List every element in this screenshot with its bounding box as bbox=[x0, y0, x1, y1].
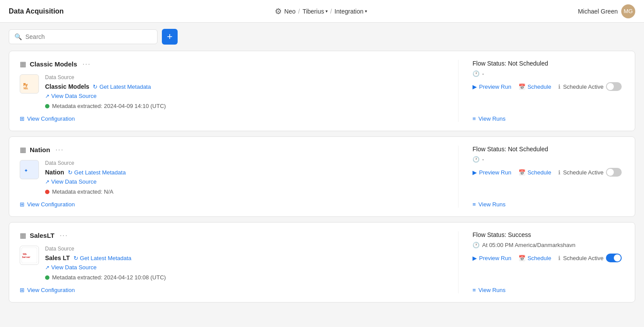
schedule-active-toggle[interactable] bbox=[606, 254, 622, 262]
card-title-classic-models: Classic Models bbox=[30, 60, 77, 68]
card-header-classic-models: ▦ Classic Models ··· bbox=[20, 60, 458, 68]
datasource-name-row: Sales LT ↻ Get Latest Metadata bbox=[45, 254, 166, 261]
datasource-section: My SQL Data Source Classic Models ↻ Get … bbox=[20, 74, 458, 109]
card-title-saleslt: SalesLT bbox=[30, 232, 54, 239]
calendar-icon: 📅 bbox=[518, 83, 525, 90]
datasource-section: SQL Server Data Source Sales LT ↻ Get La… bbox=[20, 246, 458, 281]
schedule-time: 🕐 - bbox=[472, 70, 624, 77]
more-options-icon[interactable]: ··· bbox=[82, 60, 91, 68]
svg-text:My: My bbox=[24, 83, 28, 87]
chevron-down-icon2: ▾ bbox=[365, 9, 367, 14]
preview-run-button[interactable]: ▶ Preview Run bbox=[472, 83, 511, 90]
search-box[interactable]: 🔍 bbox=[9, 29, 158, 44]
arrow-link-icon: ↗ bbox=[45, 93, 49, 99]
datasource-label: Data Source bbox=[45, 246, 166, 252]
datasource-logo: My SQL bbox=[20, 74, 39, 94]
refresh-icon: ↻ bbox=[74, 255, 78, 261]
table-icon: ▦ bbox=[20, 146, 26, 154]
card-classic-models: ▦ Classic Models ··· My SQL Data Source … bbox=[9, 51, 635, 131]
card-saleslt: ▦ SalesLT ··· SQL Server Data Source Sal… bbox=[9, 222, 635, 303]
flow-status: Flow Status: Not Scheduled bbox=[472, 146, 624, 153]
card-right-saleslt: Flow Status: Success 🕐 At 05:00 PM Ameri… bbox=[458, 231, 624, 293]
card-left-saleslt: ▦ SalesLT ··· SQL Server Data Source Sal… bbox=[20, 231, 458, 293]
breadcrumb-nav: ⚙ Neo / Tiberius ▾ / Integration ▾ bbox=[275, 7, 367, 16]
search-input[interactable] bbox=[25, 33, 152, 40]
view-datasource-link[interactable]: ↗ View Data Source bbox=[45, 264, 166, 271]
view-datasource-link[interactable]: ↗ View Data Source bbox=[45, 93, 166, 99]
view-config-link[interactable]: ⊞ View Configuration bbox=[20, 115, 458, 122]
datasource-name-row: Classic Models ↻ Get Latest Metadata bbox=[45, 83, 166, 90]
more-options-icon[interactable]: ··· bbox=[60, 232, 68, 240]
preview-run-button[interactable]: ▶ Preview Run bbox=[472, 255, 511, 261]
calendar-icon: 📅 bbox=[518, 169, 525, 176]
schedule-active-toggle[interactable] bbox=[606, 168, 622, 177]
schedule-button[interactable]: 📅 Schedule bbox=[518, 255, 551, 261]
metadata-row: Metadata extracted: 2024-04-09 14:10 (UT… bbox=[45, 103, 166, 109]
datasource-label: Data Source bbox=[45, 160, 126, 166]
nav-sep1: / bbox=[298, 8, 300, 15]
add-button[interactable]: + bbox=[162, 29, 178, 45]
schedule-active-group: ℹ Schedule Active bbox=[558, 254, 622, 262]
metadata-status-icon bbox=[45, 275, 49, 280]
svg-text:✦: ✦ bbox=[24, 166, 28, 174]
view-runs-link[interactable]: ≡ View Runs bbox=[472, 201, 624, 208]
get-metadata-link[interactable]: ↻ Get Latest Metadata bbox=[93, 83, 151, 90]
datasource-name: Nation bbox=[45, 169, 64, 176]
refresh-icon: ↻ bbox=[93, 83, 98, 90]
preview-run-button[interactable]: ▶ Preview Run bbox=[472, 169, 511, 176]
metadata-status-icon bbox=[45, 190, 49, 194]
datasource-name: Classic Models bbox=[45, 83, 89, 90]
config-icon: ⊞ bbox=[20, 115, 24, 122]
view-runs-link[interactable]: ≡ View Runs bbox=[472, 115, 624, 122]
flow-status: Flow Status: Success bbox=[472, 231, 624, 238]
metadata-row: Metadata extracted: N/A bbox=[45, 188, 126, 195]
datasource-label: Data Source bbox=[45, 74, 166, 80]
schedule-active-label: Schedule Active bbox=[563, 83, 604, 90]
table-icon: ▦ bbox=[20, 60, 26, 68]
info-icon: ℹ bbox=[558, 83, 560, 90]
refresh-icon: ↻ bbox=[68, 169, 73, 176]
card-right-nation: Flow Status: Not Scheduled 🕐 - ▶ Preview… bbox=[458, 146, 624, 208]
user-profile[interactable]: Michael Green MG bbox=[578, 4, 635, 18]
user-name: Michael Green bbox=[578, 8, 618, 15]
datasource-info: Data Source Nation ↻ Get Latest Metadata… bbox=[45, 160, 126, 195]
svg-rect-5 bbox=[21, 247, 37, 263]
avatar: MG bbox=[621, 4, 635, 18]
card-nation: ▦ Nation ··· ✦ Data Source Nation ↻ Get … bbox=[9, 136, 635, 217]
nav-org[interactable]: Neo bbox=[284, 8, 296, 15]
actions-row: ▶ Preview Run 📅 Schedule ℹ Schedule Acti… bbox=[472, 254, 624, 262]
schedule-active-toggle[interactable] bbox=[606, 82, 622, 91]
datasource-logo: ✦ bbox=[20, 160, 39, 179]
metadata-row: Metadata extracted: 2024-04-12 10:08 (UT… bbox=[45, 274, 166, 281]
schedule-time: 🕐 At 05:00 PM America/Danmarkshavn bbox=[472, 242, 624, 248]
more-options-icon[interactable]: ··· bbox=[56, 146, 64, 154]
gear-icon: ⚙ bbox=[275, 7, 282, 16]
svg-text:SQL: SQL bbox=[24, 87, 28, 90]
list-icon: ≡ bbox=[472, 287, 476, 293]
get-metadata-link[interactable]: ↻ Get Latest Metadata bbox=[74, 255, 132, 261]
get-metadata-link[interactable]: ↻ Get Latest Metadata bbox=[68, 169, 126, 176]
schedule-time: 🕐 - bbox=[472, 156, 624, 163]
svg-text:Server: Server bbox=[22, 256, 31, 258]
schedule-button[interactable]: 📅 Schedule bbox=[518, 169, 551, 176]
play-icon: ▶ bbox=[472, 255, 477, 261]
card-left-classic-models: ▦ Classic Models ··· My SQL Data Source … bbox=[20, 60, 458, 122]
view-config-link[interactable]: ⊞ View Configuration bbox=[20, 201, 458, 208]
flow-status: Flow Status: Not Scheduled bbox=[472, 60, 624, 67]
config-icon: ⊞ bbox=[20, 287, 24, 293]
schedule-active-label: Schedule Active bbox=[563, 255, 604, 261]
nav-section[interactable]: Integration ▾ bbox=[335, 8, 367, 15]
card-header-nation: ▦ Nation ··· bbox=[20, 146, 458, 154]
schedule-active-group: ℹ Schedule Active bbox=[558, 168, 622, 177]
schedule-button[interactable]: 📅 Schedule bbox=[518, 83, 551, 90]
info-icon: ℹ bbox=[558, 255, 560, 261]
toolbar: 🔍 + bbox=[0, 23, 644, 51]
view-runs-link[interactable]: ≡ View Runs bbox=[472, 287, 624, 293]
view-config-link[interactable]: ⊞ View Configuration bbox=[20, 287, 458, 293]
play-icon: ▶ bbox=[472, 169, 477, 176]
schedule-active-group: ℹ Schedule Active bbox=[558, 82, 622, 91]
schedule-active-label: Schedule Active bbox=[563, 169, 604, 176]
view-datasource-link[interactable]: ↗ View Data Source bbox=[45, 178, 126, 185]
nav-project[interactable]: Tiberius ▾ bbox=[302, 8, 327, 15]
chevron-down-icon: ▾ bbox=[326, 9, 328, 14]
